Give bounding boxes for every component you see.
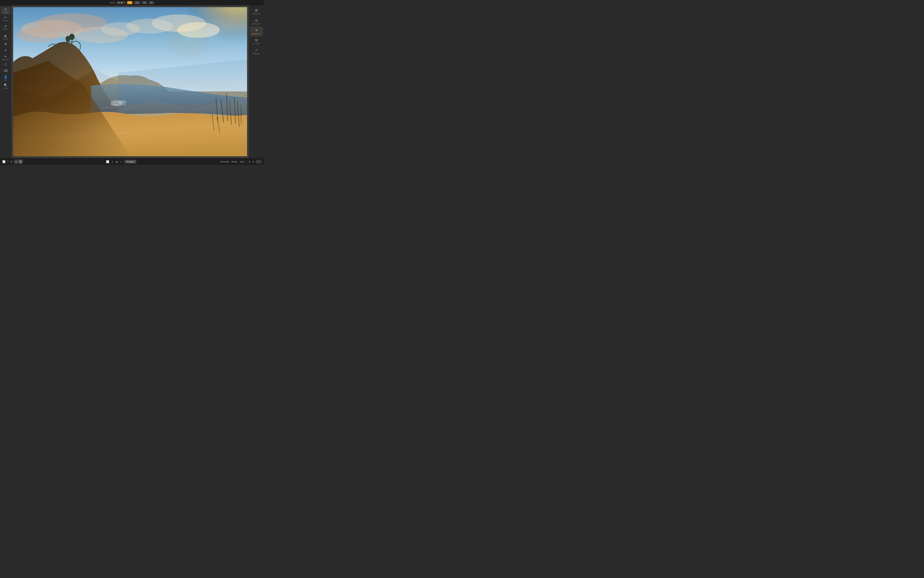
right-tool-effects[interactable]: ✦ EFFECTS xyxy=(250,27,263,36)
zoom-chevron-icon: ▾ xyxy=(123,2,125,3)
layers-label: LAYERS xyxy=(253,43,260,45)
right-tool-layers[interactable]: ⧉ LAYERS xyxy=(250,37,263,46)
stamp-icon: ⊕ xyxy=(4,42,7,45)
local-label: LOCAL xyxy=(2,19,8,21)
effects-label: EFFECTS xyxy=(252,33,261,35)
single-view-btn[interactable]: ▣ xyxy=(14,160,18,164)
view-icon: 🔍 xyxy=(4,84,8,87)
right-tool-browse[interactable]: ⊞ BROWSE xyxy=(250,7,263,16)
zoom-50-button[interactable]: 50 xyxy=(142,1,147,4)
zoom-100-button[interactable]: 100 xyxy=(134,1,140,4)
fullscreen-icon[interactable]: ⬜ xyxy=(2,160,5,163)
crop-label: CROP xyxy=(3,11,8,13)
photo-scene xyxy=(13,7,247,156)
develop-icon: ◎ xyxy=(255,18,258,23)
text-icon[interactable]: A xyxy=(112,160,113,163)
zoom-fit-button[interactable]: Fit xyxy=(127,1,133,4)
browse-label: BROWSE xyxy=(252,13,261,15)
fix-label: FIX xyxy=(4,79,7,81)
bottom-divider xyxy=(247,160,247,163)
effects-icon: ✦ xyxy=(255,28,258,32)
resize-icon: ⤢ xyxy=(255,48,258,52)
single-view-icon: ▣ xyxy=(15,161,17,163)
develop-label: DEVELOP xyxy=(252,23,261,25)
erase-icon: ⌫ xyxy=(3,69,8,72)
export-icon[interactable]: ⬆ xyxy=(249,160,251,163)
scissors-icon[interactable]: ✂ xyxy=(120,160,122,163)
expand-button[interactable]: ··· xyxy=(256,160,261,163)
browse-icon: ⊞ xyxy=(255,8,258,13)
sync-button[interactable]: Sync xyxy=(239,160,245,163)
bottom-right: Reset All Reset Sync ⬆ ➤ ··· xyxy=(220,160,261,163)
right-tool-resize[interactable]: ⤢ RESIZE xyxy=(250,47,263,56)
left-sidebar: ⊡ CROP ✏ LOCAL ⇄ LOCAL ◐ MASK ⊕ ✦ ✒ REFI… xyxy=(0,5,11,158)
bottom-center: ⬜ A ◉ ✂ Preview xyxy=(24,160,218,163)
tool-mask2[interactable]: ◐ MASK xyxy=(1,33,11,41)
frame-icon[interactable]: ⬜ xyxy=(106,160,109,163)
scene-svg xyxy=(13,7,247,156)
refine-label: REFINE xyxy=(2,58,9,60)
tool-fix[interactable]: 👤 FIX xyxy=(1,75,11,82)
zoom-25-button[interactable]: 25 xyxy=(149,1,154,4)
fix-icon: 👤 xyxy=(4,76,8,79)
main-body: ⊡ CROP ✏ LOCAL ⇄ LOCAL ◐ MASK ⊕ ✦ ✒ REFI… xyxy=(0,5,264,158)
reset-all-button[interactable]: Reset All xyxy=(220,160,229,163)
right-tool-develop[interactable]: ◎ DEVELOP xyxy=(250,17,263,26)
tool-crop[interactable]: ⊡ CROP xyxy=(1,7,11,15)
view-toggle: ▣ ⊡ xyxy=(14,160,23,164)
tool-local[interactable]: ✏ LOCAL xyxy=(1,15,11,23)
canvas-area[interactable] xyxy=(11,5,249,158)
svg-point-4 xyxy=(17,28,60,42)
tool-paint[interactable]: ⬡ xyxy=(1,62,11,68)
zoom-value-dropdown[interactable]: 50.38 ▾ xyxy=(117,1,126,4)
photo-container xyxy=(13,7,247,156)
tool-erase[interactable]: ⌫ xyxy=(1,68,11,74)
svg-point-9 xyxy=(177,22,220,38)
local-icon: ✏ xyxy=(4,16,7,19)
settings-icon[interactable]: ⚙ xyxy=(10,160,13,163)
refine-icon: ✒ xyxy=(4,55,7,58)
mask-label: LOCAL xyxy=(2,28,8,30)
crop-icon: ⊡ xyxy=(4,8,7,11)
top-bar: Zoom 50.38 ▾ Fit 100 50 25 xyxy=(0,0,264,5)
mask2-icon: ◐ xyxy=(4,34,7,37)
bottom-bar: ⬜ ? ⚙ ▣ ⊡ ⬜ A ◉ ✂ Preview Reset All Rese… xyxy=(0,158,264,165)
view-label: VIEW xyxy=(3,87,8,89)
resize-label: RESIZE xyxy=(253,53,260,55)
tool-stamp[interactable]: ⊕ xyxy=(1,41,11,47)
mask2-label: MASK xyxy=(3,38,8,40)
share-icon[interactable]: ➤ xyxy=(252,160,254,163)
bottom-left: ⬜ ? ⚙ ▣ ⊡ xyxy=(2,160,23,164)
expand-icon: ··· xyxy=(258,161,259,162)
preview-button[interactable]: Preview xyxy=(125,160,136,163)
layers-icon: ⧉ xyxy=(255,38,257,42)
svg-point-13 xyxy=(69,34,74,40)
dual-view-btn[interactable]: ⊡ xyxy=(18,160,23,164)
mask-icon-main: ⇄ xyxy=(4,24,7,28)
reset-button[interactable]: Reset xyxy=(231,160,238,163)
svg-point-24 xyxy=(118,100,126,104)
tool-refine[interactable]: ✒ REFINE xyxy=(1,54,11,62)
dual-view-icon: ⊡ xyxy=(19,161,21,163)
right-sidebar: ⊞ BROWSE ◎ DEVELOP ✦ EFFECTS ⧉ LAYERS ⤢ … xyxy=(249,5,264,158)
tool-brush[interactable]: ✦ xyxy=(1,48,11,54)
zoom-current-value: 50.38 xyxy=(118,2,123,4)
tool-mask[interactable]: ⇄ LOCAL xyxy=(1,23,11,31)
brush-icon: ✦ xyxy=(4,49,7,52)
zoom-label: Zoom xyxy=(110,2,115,4)
paint-icon: ⬡ xyxy=(4,63,7,66)
circle-icon[interactable]: ◉ xyxy=(116,160,118,163)
tool-view[interactable]: 🔍 VIEW xyxy=(1,83,11,90)
help-icon[interactable]: ? xyxy=(7,160,8,163)
